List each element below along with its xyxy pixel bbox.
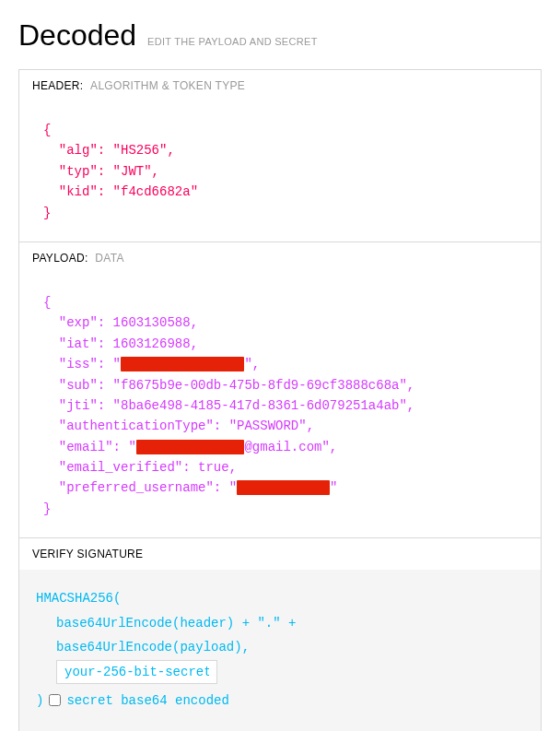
secret-base64-checkbox[interactable] bbox=[49, 694, 61, 706]
payload-json-editor[interactable]: { "exp": 1603130588, "iat": 1603126988, … bbox=[19, 274, 541, 537]
verify-line-3: base64UrlEncode(payload), bbox=[36, 635, 524, 660]
payload-sublabel: DATA bbox=[95, 252, 123, 265]
verify-section-header: VERIFY SIGNATURE bbox=[19, 537, 541, 570]
decoded-panel: HEADER: ALGORITHM & TOKEN TYPE { "alg": … bbox=[18, 69, 542, 731]
page-title: Decoded bbox=[18, 18, 136, 53]
verify-line-1: HMACSHA256( bbox=[36, 586, 524, 611]
redacted-email: XXXXXXXXXXXXXX bbox=[136, 440, 245, 454]
header-section-header: HEADER: ALGORITHM & TOKEN TYPE bbox=[19, 70, 541, 101]
payload-section-header: PAYLOAD: DATA bbox=[19, 242, 541, 274]
header-sublabel: ALGORITHM & TOKEN TYPE bbox=[90, 79, 245, 92]
title-row: Decoded EDIT THE PAYLOAD AND SECRET bbox=[18, 18, 542, 53]
header-label: HEADER: bbox=[32, 79, 83, 92]
verify-signature-block: HMACSHA256( base64UrlEncode(header) + ".… bbox=[19, 570, 541, 731]
payload-label: PAYLOAD: bbox=[32, 252, 88, 265]
secret-base64-label: secret base64 encoded bbox=[66, 689, 228, 713]
page-subtitle: EDIT THE PAYLOAD AND SECRET bbox=[147, 36, 318, 47]
redacted-preferred-username: XXXXXXXXXXXX bbox=[237, 480, 330, 495]
secret-input[interactable] bbox=[56, 660, 217, 684]
verify-close-paren: ) bbox=[36, 689, 43, 713]
redacted-iss: XXXXXXXXXXXXXXXX bbox=[121, 357, 244, 371]
header-json-editor[interactable]: { "alg": "HS256", "typ": "JWT", "kid": "… bbox=[19, 101, 541, 242]
verify-line-2: base64UrlEncode(header) + "." + bbox=[36, 611, 524, 636]
verify-label: VERIFY SIGNATURE bbox=[32, 548, 143, 560]
